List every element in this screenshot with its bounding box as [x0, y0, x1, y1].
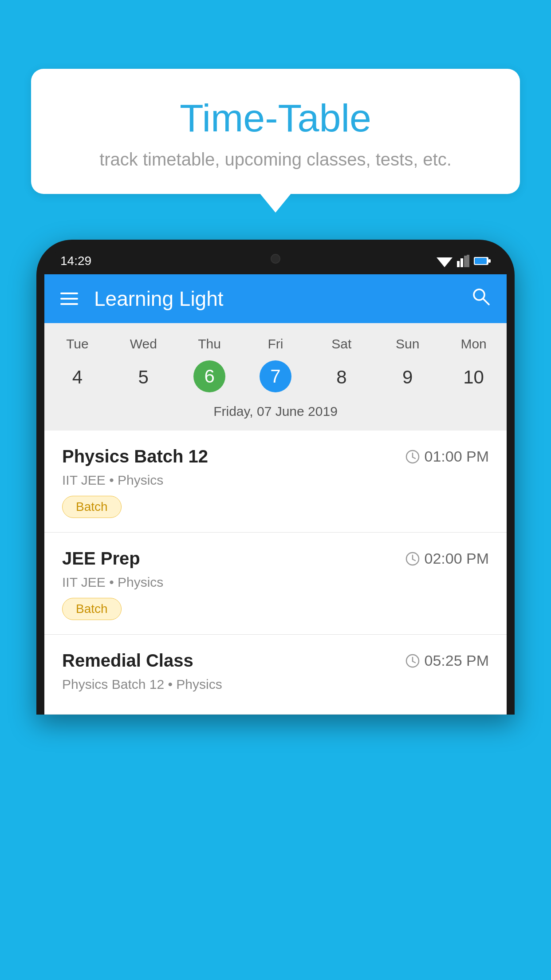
svg-rect-3	[460, 258, 463, 267]
clock-icon-2	[405, 552, 420, 566]
search-button[interactable]	[471, 287, 491, 311]
selected-date-label: Friday, 07 June 2019	[44, 399, 507, 426]
phone-screen: Learning Light Tue Wed Thu Fri Sat Sun	[44, 274, 507, 715]
events-section: Physics Batch 12 01:00 PM IIT JEE • Phys…	[44, 431, 507, 715]
calendar-section: Tue Wed Thu Fri Sat Sun Mon 4 5 6 7 8 9 …	[44, 323, 507, 431]
svg-rect-4	[464, 256, 467, 267]
signal-icon	[457, 255, 469, 267]
day-numbers: 4 5 6 7 8 9 10	[44, 360, 507, 394]
speech-bubble-container: Time-Table track timetable, upcoming cla…	[31, 69, 520, 194]
day-8[interactable]: 8	[308, 360, 374, 394]
camera	[271, 254, 280, 264]
event-time-text-1: 01:00 PM	[424, 448, 489, 465]
day-headers: Tue Wed Thu Fri Sat Sun Mon	[44, 332, 507, 356]
svg-rect-7	[488, 259, 491, 263]
day-header-wed: Wed	[110, 332, 177, 356]
event-time-text-3: 05:25 PM	[424, 652, 489, 669]
clock-icon-3	[405, 654, 420, 668]
event-header-3: Remedial Class 05:25 PM	[62, 651, 489, 671]
event-meta-3: Physics Batch 12 • Physics	[62, 677, 489, 692]
day-5[interactable]: 5	[110, 360, 177, 394]
svg-marker-1	[439, 260, 450, 267]
bubble-title: Time-Table	[58, 95, 493, 141]
event-time-1: 01:00 PM	[405, 448, 489, 465]
day-9[interactable]: 9	[374, 360, 441, 394]
clock-icon-1	[405, 450, 420, 464]
event-time-text-2: 02:00 PM	[424, 550, 489, 567]
svg-line-13	[413, 457, 415, 458]
phone-mockup: 14:29	[36, 240, 515, 980]
day-6-today[interactable]: 6	[193, 360, 225, 392]
event-title-2: JEE Prep	[62, 549, 140, 569]
status-bar: 14:29	[44, 248, 507, 274]
bubble-subtitle: track timetable, upcoming classes, tests…	[58, 150, 493, 170]
event-time-2: 02:00 PM	[405, 550, 489, 567]
day-header-fri: Fri	[243, 332, 309, 356]
svg-line-19	[413, 661, 415, 663]
day-10[interactable]: 10	[441, 360, 507, 394]
phone-notch	[240, 248, 311, 270]
event-card-remedial[interactable]: Remedial Class 05:25 PM Physics Batch 12…	[44, 635, 507, 715]
svg-rect-8	[475, 258, 487, 264]
svg-line-10	[483, 299, 489, 304]
event-meta-2: IIT JEE • Physics	[62, 575, 489, 590]
app-bar: Learning Light	[44, 274, 507, 323]
event-meta-1: IIT JEE • Physics	[62, 473, 489, 488]
event-title-1: Physics Batch 12	[62, 447, 208, 466]
day-header-sun: Sun	[374, 332, 441, 356]
batch-badge-1: Batch	[62, 496, 122, 518]
status-time: 14:29	[60, 254, 91, 268]
day-4[interactable]: 4	[44, 360, 110, 394]
event-time-3: 05:25 PM	[405, 652, 489, 669]
day-7-selected[interactable]: 7	[260, 360, 291, 392]
wifi-icon	[437, 255, 453, 267]
phone-frame: 14:29	[36, 240, 515, 715]
day-header-thu: Thu	[177, 332, 243, 356]
event-title-3: Remedial Class	[62, 651, 193, 671]
batch-badge-2: Batch	[62, 598, 122, 620]
event-card-jee-prep[interactable]: JEE Prep 02:00 PM IIT JEE • Physics Batc…	[44, 533, 507, 635]
day-header-mon: Mon	[441, 332, 507, 356]
event-header-1: Physics Batch 12 01:00 PM	[62, 447, 489, 466]
menu-button[interactable]	[60, 292, 78, 305]
event-header-2: JEE Prep 02:00 PM	[62, 549, 489, 569]
speech-bubble: Time-Table track timetable, upcoming cla…	[31, 69, 520, 194]
event-card-physics-batch[interactable]: Physics Batch 12 01:00 PM IIT JEE • Phys…	[44, 431, 507, 533]
day-header-tue: Tue	[44, 332, 110, 356]
day-header-sat: Sat	[308, 332, 374, 356]
status-icons	[437, 255, 491, 267]
svg-line-16	[413, 559, 415, 561]
battery-icon	[474, 256, 491, 266]
app-title: Learning Light	[94, 287, 471, 311]
svg-rect-5	[467, 255, 469, 267]
svg-rect-2	[457, 261, 460, 267]
